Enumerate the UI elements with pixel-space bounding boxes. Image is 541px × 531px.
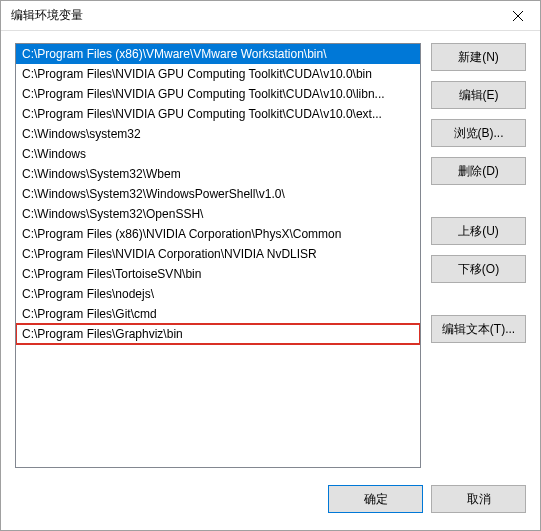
path-listbox[interactable]: C:\Program Files (x86)\VMware\VMware Wor…: [15, 43, 421, 468]
edit-button[interactable]: 编辑(E): [431, 81, 526, 109]
new-button[interactable]: 新建(N): [431, 43, 526, 71]
list-item[interactable]: C:\Program Files\NVIDIA GPU Computing To…: [16, 84, 420, 104]
movedown-button[interactable]: 下移(O): [431, 255, 526, 283]
list-item[interactable]: C:\Windows: [16, 144, 420, 164]
list-item[interactable]: C:\Program Files\nodejs\: [16, 284, 420, 304]
footer: 确定 取消: [1, 480, 540, 530]
browse-button[interactable]: 浏览(B)...: [431, 119, 526, 147]
titlebar: 编辑环境变量: [1, 1, 540, 31]
list-item[interactable]: C:\Program Files\Graphviz\bin: [16, 324, 420, 344]
content-area: C:\Program Files (x86)\VMware\VMware Wor…: [1, 31, 540, 480]
edittext-button[interactable]: 编辑文本(T)...: [431, 315, 526, 343]
list-item[interactable]: C:\Windows\System32\Wbem: [16, 164, 420, 184]
delete-button[interactable]: 删除(D): [431, 157, 526, 185]
button-column: 新建(N) 编辑(E) 浏览(B)... 删除(D) 上移(U) 下移(O) 编…: [431, 43, 526, 468]
close-icon: [513, 11, 523, 21]
list-item[interactable]: C:\Program Files (x86)\NVIDIA Corporatio…: [16, 224, 420, 244]
dialog-window: 编辑环境变量 C:\Program Files (x86)\VMware\VMw…: [0, 0, 541, 531]
close-button[interactable]: [495, 1, 540, 30]
list-item[interactable]: C:\Program Files\TortoiseSVN\bin: [16, 264, 420, 284]
moveup-button[interactable]: 上移(U): [431, 217, 526, 245]
list-item[interactable]: C:\Program Files\NVIDIA Corporation\NVID…: [16, 244, 420, 264]
list-item[interactable]: C:\Program Files\NVIDIA GPU Computing To…: [16, 104, 420, 124]
cancel-button[interactable]: 取消: [431, 485, 526, 513]
list-item[interactable]: C:\Program Files\Git\cmd: [16, 304, 420, 324]
list-item[interactable]: C:\Program Files\NVIDIA GPU Computing To…: [16, 64, 420, 84]
ok-button[interactable]: 确定: [328, 485, 423, 513]
list-item[interactable]: C:\Windows\system32: [16, 124, 420, 144]
list-item[interactable]: C:\Windows\System32\OpenSSH\: [16, 204, 420, 224]
list-item[interactable]: C:\Windows\System32\WindowsPowerShell\v1…: [16, 184, 420, 204]
window-title: 编辑环境变量: [11, 7, 83, 24]
list-item[interactable]: C:\Program Files (x86)\VMware\VMware Wor…: [16, 44, 420, 64]
